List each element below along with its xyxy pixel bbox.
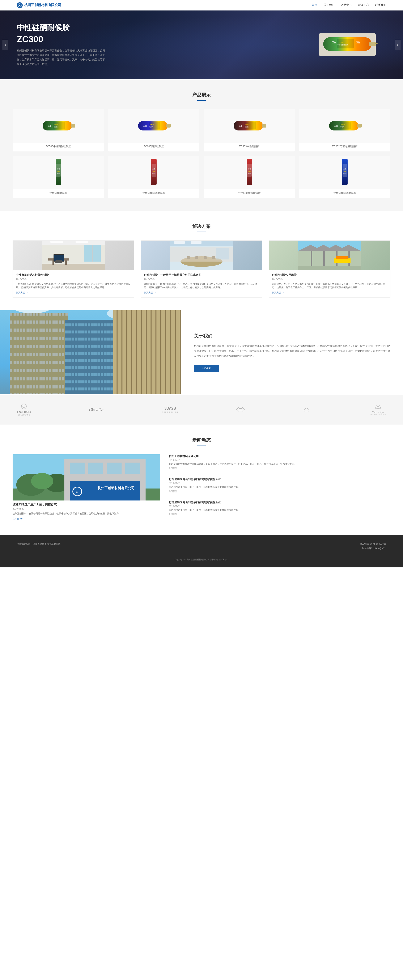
about-section: 关于我们 杭州正创新材料有限公司是一家票型企业，位于建德市大洋工业功能园区，公司… [0, 310, 403, 395]
design-logo-svg [374, 404, 382, 410]
partner-future-icon [20, 403, 28, 409]
svg-rect-129 [88, 463, 103, 474]
solution-more-2[interactable]: 解决方案 → [144, 291, 259, 294]
news-item-title-2: 打造成功国内名列前茅的密封物综合型企业 [169, 477, 390, 481]
product-card-zc002[interactable]: 正创 ZC002 门窗胶 ZC002门窗专用硅酮胶 [299, 109, 390, 151]
news-item-date-2: 2019-01-31 [169, 482, 390, 484]
partner-straiffer: i Straiffer [89, 407, 104, 412]
svg-rect-130 [107, 463, 121, 474]
news-item-3: 打造成功国内名列前茅的密封物综合型企业 2019-01-31 生产们打造于汽车、… [169, 501, 390, 519]
nav-home[interactable]: 首页 [312, 2, 317, 8]
nav-contact[interactable]: 联系我们 [375, 2, 386, 8]
office-svg [13, 240, 134, 270]
svg-rect-131 [125, 463, 140, 474]
solution-card-2[interactable]: 硅酮密封胶：一般用于外墙悬露户外的防水密封 2019-07-31 硅酮密封胶：一… [141, 240, 262, 298]
future-logo-svg [20, 403, 28, 409]
solution-date-2: 2019-07-31 [144, 278, 259, 280]
cloud-logo-svg [303, 406, 312, 414]
solution-card-1[interactable]: 中性有机硅结构性能密封胶 2019-07-31 中性有机硅结构性密封胶，可用来 … [13, 240, 134, 298]
svg-text:密封胶: 密封胶 [343, 173, 346, 174]
header: e 杭州正创新材料有限公司 首页 关于我们 产品中心 新闻中心 联系我们 [0, 0, 403, 11]
news-main-more[interactable]: 立即阅读 › [13, 517, 160, 520]
svg-text:硅酮: 硅酮 [57, 171, 60, 172]
footer-address-label: Address地址： 浙江省建德市大洋工业园区 [17, 541, 61, 546]
about-content: 关于我们 杭州正创新材料有限公司是一家票型企业，位于建德市大洋工业功能园区，公司… [182, 310, 403, 395]
svg-point-65 [54, 260, 63, 263]
news-main-desc: 杭州正创新材料有限公司是一家票型企业，位于建德市大洋工业功能园区，公司位以科技书… [13, 512, 160, 515]
news-main-img: e 杭州正创新材料有限公司 [13, 454, 160, 501]
news-layout: e 杭州正创新材料有限公司 诚遴布推进广厦产工位，共推荐成 2019-01-31… [13, 454, 390, 522]
solution-more-3[interactable]: 解决方案 → [272, 291, 387, 294]
solution-date-3: 2019-07-31 [272, 278, 387, 280]
about-more-button[interactable]: MORE [194, 365, 219, 372]
svg-rect-41 [151, 164, 156, 177]
svg-rect-109 [113, 310, 182, 394]
product-card-v1[interactable]: 正创 硅酮 密封胶 中性硅酮耐温胶 [13, 156, 104, 198]
partner-future: The Future CONSULTING [17, 403, 31, 416]
svg-rect-58 [76, 241, 88, 243]
svg-rect-104 [65, 320, 117, 394]
product-card-img: 正创 ZC500 硅酮胶 [13, 109, 104, 143]
product-card-img: 正创 硅酮 密封胶 [204, 156, 295, 189]
footer-info: Address地址： 浙江省建德市大洋工业园区 [17, 541, 61, 546]
svg-text:ZC303: ZC303 [245, 124, 249, 126]
svg-rect-16 [71, 124, 75, 127]
news-item-desc-1: 公司位以科技书本改技术驱动管理，开发下游产，生产优质产品广泛用于 汽车、电子、电… [169, 462, 390, 466]
product-label: ZC002门窗专用硅酮胶 [299, 145, 390, 148]
footer-bottom: Copyright © 杭州正创新材料有限公司 版权所有 浙ICP备... [17, 555, 386, 561]
solution-content-3: 硅酮密封胶应用场景 2019-07-31 家装应用、室内外硅酮密封胶均是密封胶，… [269, 270, 390, 298]
product-card-zc600[interactable]: 正创 ZC600 硅酮胶 ZC600高级硅酮胶 [108, 109, 199, 151]
tube-svg-zc303: 正创 ZC303 硅酮胶 [233, 119, 266, 132]
svg-rect-57 [50, 241, 63, 243]
partner-straiffer-label: i Straiffer [89, 407, 104, 412]
news-item-title-1: 杭州正创新材料有限公司 [169, 454, 390, 458]
products-section: 产品展示 正创 ZC500 硅酮胶 ZC500中性高强硅酮胶 [0, 79, 403, 211]
solution-desc-2: 硅酮密封胶：一般用于外墙悬露户外的地方、室内对接密封也是采用，可以作硅酮的封，比… [144, 282, 259, 290]
news-item-desc-3: 生产们打造于汽车、电子、电气、船兰机等不等工业领域兴市场广观。 [169, 509, 390, 512]
svg-text:门窗胶: 门窗胶 [340, 126, 344, 127]
svg-rect-59 [42, 264, 105, 270]
svg-text:e: e [76, 490, 78, 493]
svg-rect-5 [337, 39, 354, 48]
svg-point-114 [23, 405, 25, 407]
svg-rect-79 [216, 248, 229, 259]
news-item-tag-3: 公司新闻 [169, 513, 390, 516]
hero-arrow-right[interactable]: › [395, 40, 401, 50]
svg-text:正创: 正创 [343, 168, 346, 170]
solution-title-2: 硅酮密封胶：一般用于外墙悬露户外的防水密封 [144, 273, 259, 277]
nav-products[interactable]: 产品中心 [341, 2, 352, 8]
news-main-title: 诚遴布推进广厦产工位，共推荐成 [13, 503, 160, 506]
svg-text:e: e [19, 5, 20, 6]
product-card-img: 正创 ZC303 硅酮胶 [204, 109, 295, 143]
partners-grid: The Future CONSULTING i Straiffer 3DAYS … [17, 403, 386, 416]
svg-text:正创: 正创 [356, 41, 360, 43]
product-card-img: 正创 硅酮 密封胶 [108, 156, 199, 189]
news-main-date: 2019-01-31 [13, 508, 160, 510]
footer-contact: TEL电话: 0571-58402826 Email邮箱：KAN@.CNI [360, 541, 386, 550]
product-card-v4[interactable]: 正创 硅酮 密封胶 中性硅酮防霉耐温胶 [299, 156, 390, 198]
svg-text:杭州正创新材料有限公司: 杭州正创新材料有限公司 [97, 486, 135, 490]
partner-3days: 3DAYS FREE DESIGN [162, 406, 178, 413]
product-card-v3[interactable]: 正创 硅酮 密封胶 中性硅酮防霉耐温胶 [204, 156, 295, 198]
nav-about[interactable]: 关于我们 [324, 2, 335, 8]
news-section: 新闻动态 [0, 425, 403, 535]
news-item-date-3: 2019-01-31 [169, 505, 390, 508]
about-text: 杭州正创新材料有限公司是一家票型企业，位于建德市大洋工业功能园区，公司位以科技书… [194, 344, 390, 358]
partner-arrow [236, 407, 245, 413]
partner-design: The design DESIGN CENTER [370, 404, 386, 416]
svg-rect-36 [56, 164, 61, 177]
nav-news[interactable]: 新闻中心 [358, 2, 369, 8]
solution-more-1[interactable]: 解决方案 → [16, 291, 131, 294]
svg-rect-12 [53, 122, 65, 129]
company-logo[interactable]: e 杭州正创新材料有限公司 [17, 2, 61, 8]
meeting-svg [141, 240, 262, 270]
hero-arrow-left[interactable]: ‹ [2, 40, 8, 50]
product-card-zc303[interactable]: 正创 ZC303 硅酮胶 ZC303中性硅酮胶 [204, 109, 295, 151]
solution-title-3: 硅酮密封胶应用场景 [272, 273, 387, 277]
product-card-zc500[interactable]: 正创 ZC500 硅酮胶 ZC500中性高强硅酮胶 [13, 109, 104, 151]
product-tube-svg: 正创 ZC300 中性硅酮耐候胶 正创 [319, 31, 378, 58]
product-card-v2[interactable]: 正创 硅酮 密封胶 中性硅酮防霉耐温胶 [108, 156, 199, 198]
svg-text:硅酮: 硅酮 [343, 171, 346, 172]
partner-design-label: The design DESIGN CENTER [370, 411, 386, 416]
solution-card-3[interactable]: 硅酮密封胶应用场景 2019-07-31 家装应用、室内外硅酮密封胶均是密封胶，… [269, 240, 390, 298]
